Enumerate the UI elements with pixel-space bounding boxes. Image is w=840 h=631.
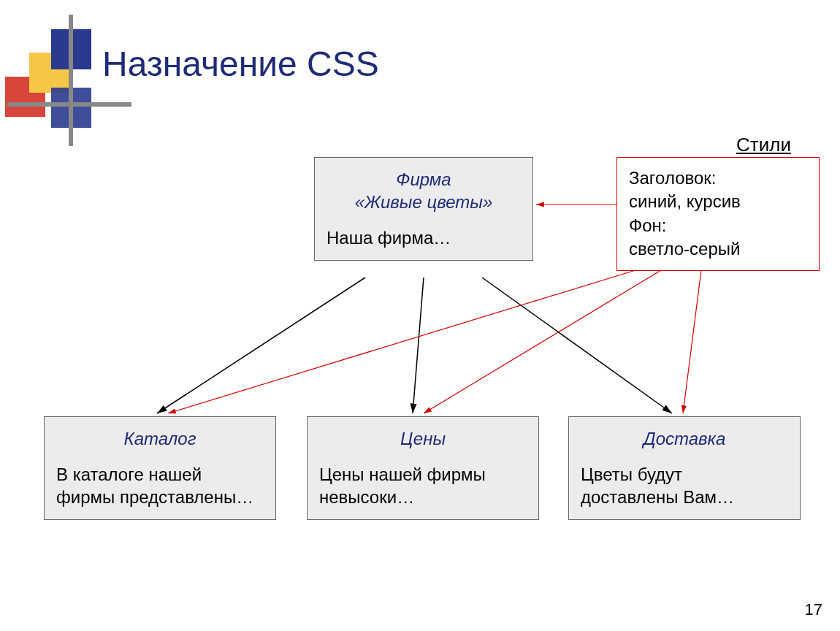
child-heading-delivery: Доставка bbox=[581, 427, 788, 450]
styles-label: Стили bbox=[736, 134, 791, 156]
arrow-styles-to-catalog bbox=[168, 270, 635, 413]
main-box: Фирма «Живые цветы» Наша фирма… bbox=[314, 157, 533, 261]
styles-line1: Заголовок: bbox=[629, 168, 717, 188]
arrow-styles-to-delivery bbox=[683, 270, 701, 413]
arrow-main-to-delivery bbox=[482, 278, 672, 413]
child-heading-catalog: Каталог bbox=[56, 427, 264, 450]
styles-line2: синий, курсив bbox=[629, 191, 741, 211]
slide: Назначение CSS Фирма «Живые цветы» Наша … bbox=[0, 0, 840, 631]
child-box-catalog: Каталог В каталоге нашей фирмы представл… bbox=[44, 416, 276, 520]
styles-box: Заголовок: синий, курсив Фон: светло-сер… bbox=[616, 157, 820, 271]
child-body-delivery: Цветы будут доставлены Вам… bbox=[581, 463, 788, 508]
child-box-prices: Цены Цены нашей фирмы невысоки… bbox=[307, 416, 539, 520]
decor-cross-v bbox=[69, 15, 73, 146]
decor-cross-h bbox=[7, 102, 131, 107]
child-body-catalog: В каталоге нашей фирмы представлены… bbox=[56, 463, 264, 508]
slide-title: Назначение CSS bbox=[102, 44, 379, 84]
main-box-heading-line2: «Живые цветы» bbox=[355, 192, 493, 212]
styles-line4: светло-серый bbox=[629, 239, 740, 259]
arrow-styles-to-prices bbox=[424, 270, 661, 413]
styles-line3: Фон: bbox=[629, 215, 667, 235]
main-box-heading-line1: Фирма bbox=[396, 169, 451, 189]
main-box-heading: Фирма «Живые цветы» bbox=[327, 168, 521, 213]
child-body-prices: Цены нашей фирмы невысоки… bbox=[319, 463, 527, 508]
child-box-delivery: Доставка Цветы будут доставлены Вам… bbox=[568, 416, 801, 520]
page-number: 17 bbox=[805, 600, 822, 619]
main-box-body: Наша фирма… bbox=[327, 226, 521, 249]
arrow-main-to-catalog bbox=[157, 278, 365, 413]
arrow-main-to-prices bbox=[413, 278, 424, 413]
child-heading-prices: Цены bbox=[319, 427, 527, 450]
arrow-layer bbox=[0, 0, 840, 631]
